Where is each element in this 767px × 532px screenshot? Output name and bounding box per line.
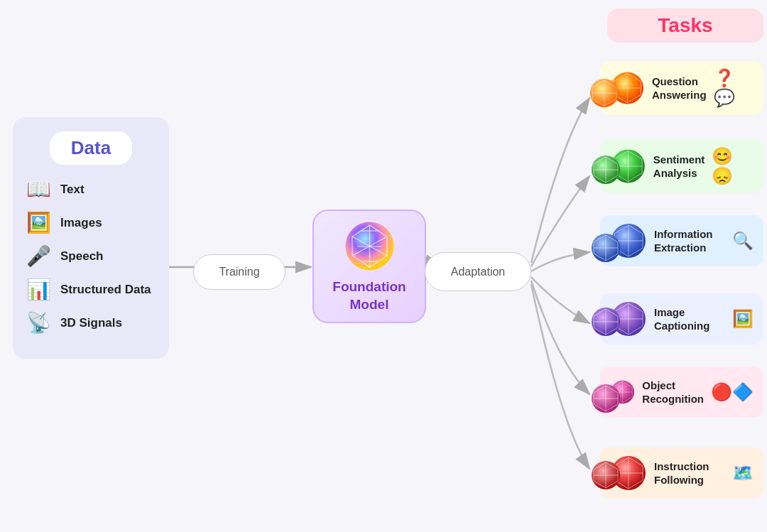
data-item-speech: 🎤 Speech: [23, 244, 158, 268]
object-small-globe: [591, 384, 621, 416]
object-emoji: 🔴🔷: [711, 382, 754, 402]
data-panel: Data 📖 Text 🖼️ Images 🎤 Speech 📊 Structu…: [13, 117, 169, 359]
text-icon: 📖: [23, 178, 53, 201]
info-label: InformationExtraction: [654, 227, 713, 255]
caption-emoji: 🖼️: [732, 309, 754, 329]
foundation-model-box: Foundation Model: [312, 210, 426, 323]
sentiment-label: SentimentAnalysis: [653, 153, 705, 180]
data-item-images-label: Images: [60, 216, 102, 230]
task-card-instruction: InstructionFollowing 🗺️: [600, 447, 763, 499]
info-small-globe: [591, 233, 621, 266]
task-card-info: InformationExtraction 🔍: [600, 215, 763, 266]
data-item-structured-label: Structured Data: [60, 283, 151, 297]
3d-icon: 📡: [23, 311, 53, 335]
data-item-text-label: Text: [60, 183, 85, 197]
qa-emoji: ❓💬: [714, 68, 754, 108]
data-item-3d: 📡 3D Signals: [23, 311, 158, 335]
data-item-images: 🖼️ Images: [23, 211, 158, 234]
caption-label: ImageCaptioning: [654, 305, 709, 333]
tasks-title-box: Tasks: [607, 9, 763, 43]
adaptation-label: Adaptation: [451, 266, 506, 278]
training-box: Training: [193, 254, 285, 290]
instruction-small-globe: [591, 460, 621, 493]
info-emoji: 🔍: [732, 231, 754, 251]
qa-label: QuestionAnswering: [652, 75, 707, 102]
foundation-globe-icon: [343, 219, 396, 273]
data-item-structured: 📊 Structured Data: [23, 278, 158, 301]
caption-small-globe: [591, 307, 621, 340]
data-item-speech-label: Speech: [60, 249, 103, 264]
sentiment-small-globe: [591, 155, 621, 188]
training-label: Training: [219, 266, 259, 278]
task-card-object: ObjectRecognition 🔴🔷: [600, 367, 763, 418]
data-title-box: Data: [50, 131, 132, 165]
sentiment-emoji: 😊😞: [712, 146, 754, 186]
qa-small-globe: [589, 78, 619, 111]
task-card-qa: QuestionAnswering ❓💬: [600, 61, 763, 115]
instruction-emoji: 🗺️: [732, 463, 754, 483]
adaptation-box: Adaptation: [425, 252, 531, 291]
data-item-3d-label: 3D Signals: [60, 316, 122, 330]
data-title: Data: [71, 137, 111, 158]
structured-icon: 📊: [23, 278, 53, 301]
tasks-title: Tasks: [658, 14, 712, 36]
instruction-label: InstructionFollowing: [654, 460, 709, 487]
foundation-model-label: Foundation Model: [314, 278, 425, 313]
images-icon: 🖼️: [23, 211, 53, 234]
task-card-caption: ImageCaptioning 🖼️: [600, 293, 763, 344]
task-card-sentiment: SentimentAnalysis 😊😞: [600, 139, 763, 193]
object-label: ObjectRecognition: [642, 379, 704, 406]
data-item-text: 📖 Text: [23, 178, 158, 201]
speech-icon: 🎤: [23, 244, 53, 268]
